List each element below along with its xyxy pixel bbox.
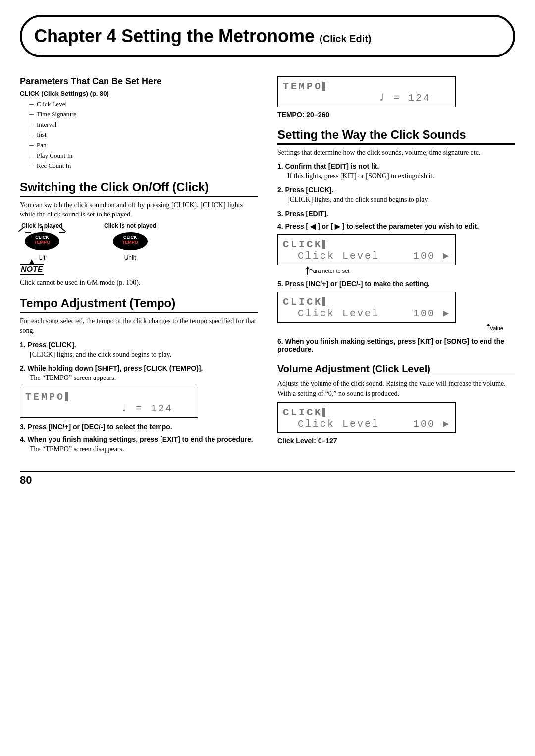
section-tempo-adjust: Tempo Adjustment (Tempo)	[20, 296, 258, 313]
lcd-param-name: Click Level	[298, 418, 379, 430]
r-step-1-detail: If this lights, press [KIT] or [SONG] to…	[287, 171, 515, 181]
lcd-line1: TEMPO	[25, 391, 193, 403]
section-way-click-sounds: Setting the Way the Click Sounds	[277, 128, 515, 145]
lit-caption: Lit	[20, 254, 64, 261]
tree-item: Time Signature	[25, 109, 258, 120]
way-body: Settings that determine how the click so…	[277, 148, 515, 158]
lcd-cursor-icon	[65, 392, 68, 401]
lcd-cursor-icon	[322, 240, 325, 249]
lcd-line1: TEMPO	[283, 81, 450, 92]
lcd-tempo-label: TEMPO	[25, 391, 65, 403]
click-tempo-button-icon: CLICK TEMPO	[25, 232, 59, 250]
step-3: 3. Press [INC/+] or [DEC/-] to select th…	[20, 423, 258, 431]
tempo-range: TEMPO: 20–260	[277, 111, 515, 119]
lcd-tempo-label: TEMPO	[283, 81, 322, 92]
r-step-3: 3. Press [EDIT].	[277, 210, 515, 217]
lcd-line2: Click Level 100 ▶	[283, 250, 450, 262]
r-step-2: 2. Press [CLICK].	[277, 186, 515, 194]
vol-body: Adjusts the volume of the click sound. R…	[277, 379, 515, 398]
click-settings-heading: CLICK (Click Settings) (p. 80)	[20, 90, 258, 97]
annot-param-to-set: Parameter to set	[307, 268, 515, 275]
lcd-click-label: CLICK	[283, 239, 322, 250]
tree-item: Click Level	[25, 99, 258, 109]
r-step-5: 5. Press [INC/+] or [DEC/-] to make the …	[277, 280, 515, 288]
click-tempo-button-icon: CLICK TEMPO	[113, 232, 148, 250]
left-column: Parameters That Can Be Set Here CLICK (C…	[20, 72, 258, 456]
oval-tempo-label: TEMPO	[122, 240, 138, 245]
section-switching-click: Switching the Click On/Off (Click)	[20, 180, 258, 197]
r-step-1: 1. Confirm that [EDIT] is not lit.	[277, 162, 515, 170]
click-state-row: Click is played CLICK TEMPO Lit Click is…	[20, 222, 258, 261]
lcd-line1: CLICK	[283, 407, 450, 418]
lcd-cursor-icon	[322, 408, 325, 417]
tree-item: Pan	[25, 140, 258, 151]
chapter-title-box: Chapter 4 Setting the Metronome (Click E…	[20, 15, 515, 57]
oval-click-label: CLICK	[123, 235, 137, 240]
click-level-range: Click Level: 0–127	[277, 437, 515, 445]
lcd-line1: CLICK	[283, 239, 450, 250]
lcd-cursor-icon	[322, 82, 325, 91]
click-notplayed-col: Click is not played CLICK TEMPO Unlit	[104, 222, 156, 261]
oval-click-label: CLICK	[35, 235, 49, 240]
tree-item: Play Count In	[25, 151, 258, 161]
switch-body: You can switch the click sound on and of…	[20, 200, 258, 219]
lcd-tempo-screen: TEMPO ♩ = 124	[277, 76, 456, 107]
page-number: 80	[20, 474, 515, 486]
step-1: 1. Press [CLICK].	[20, 341, 258, 349]
annot-param-label: Parameter to set	[309, 268, 349, 274]
chapter-title-sub: (Click Edit)	[320, 33, 371, 44]
click-settings-tree: Click Level Time Signature Interval Inst…	[25, 99, 258, 171]
chapter-title-main: Chapter 4 Setting the Metronome	[34, 26, 315, 46]
step-4-detail: The “TEMPO” screen disappears.	[30, 444, 258, 454]
note-icon: NOTE	[20, 264, 44, 275]
annot-value: Value	[277, 325, 503, 332]
lcd-line2: ♩ = 124	[283, 92, 450, 104]
lcd-line1: CLICK	[283, 296, 450, 308]
lcd-click-screen: CLICK Click Level 100 ▶	[277, 234, 456, 265]
r-step-2-detail: [CLICK] lights, and the click sound begi…	[287, 195, 515, 205]
chevron-right-icon: ▶	[443, 250, 450, 262]
chapter-title: Chapter 4 Setting the Metronome (Click E…	[34, 26, 501, 47]
lcd-tempo-screen: TEMPO ♩ = 124	[20, 387, 198, 418]
subsection-volume-adjust: Volume Adjustment (Click Level)	[277, 363, 515, 376]
lcd-param-name: Click Level	[298, 250, 379, 262]
tempo-body: For each song selected, the tempo of the…	[20, 316, 258, 335]
lcd-line2: Click Level 100 ▶	[283, 418, 450, 430]
annot-value-label: Value	[490, 325, 503, 331]
r-step-6: 6. When you finish making settings, pres…	[277, 337, 515, 353]
r-step-4: 4. Press [ ◀ ] or [ ▶ ] to select the pa…	[277, 222, 515, 230]
oval-wrap: CLICK TEMPO	[104, 229, 156, 253]
lcd-param-value: 100	[413, 308, 435, 319]
shine-effect: CLICK TEMPO	[20, 229, 64, 253]
note-body: Click cannot be used in GM mode (p. 100)…	[20, 278, 258, 288]
unlit-caption: Unlit	[104, 254, 156, 261]
right-column: TEMPO ♩ = 124 TEMPO: 20–260 Setting the …	[277, 72, 515, 456]
lcd-click-screen: CLICK Click Level 100 ▶	[277, 292, 456, 323]
click-notplayed-label: Click is not played	[104, 222, 156, 229]
lcd-param-value: 100	[413, 418, 435, 430]
tree-item: Rec Count In	[25, 161, 258, 171]
lcd-line2: ♩ = 124	[25, 403, 193, 414]
step-1-detail: [CLICK] lights, and the click sound begi…	[30, 350, 258, 360]
tree-item: Interval	[25, 120, 258, 130]
page-footer-line	[20, 471, 515, 472]
lcd-param-name: Click Level	[298, 308, 379, 319]
chevron-right-icon: ▶	[443, 308, 450, 319]
chevron-right-icon: ▶	[443, 418, 450, 430]
step-2-detail: The “TEMPO” screen appears.	[30, 373, 258, 383]
click-played-col: Click is played CLICK TEMPO Lit	[20, 222, 64, 261]
lcd-line2: Click Level 100 ▶	[283, 308, 450, 319]
lcd-cursor-icon	[322, 297, 325, 306]
lcd-click-label: CLICK	[283, 296, 322, 308]
oval-tempo-label: TEMPO	[34, 240, 50, 245]
step-4: 4. When you finish making settings, pres…	[20, 435, 258, 443]
lcd-param-value: 100	[413, 250, 435, 262]
tree-item: Inst	[25, 130, 258, 140]
params-heading: Parameters That Can Be Set Here	[20, 76, 258, 87]
lcd-click-label: CLICK	[283, 407, 322, 418]
step-2: 2. While holding down [SHIFT], press [CL…	[20, 364, 258, 372]
lcd-click-screen: CLICK Click Level 100 ▶	[277, 402, 456, 433]
